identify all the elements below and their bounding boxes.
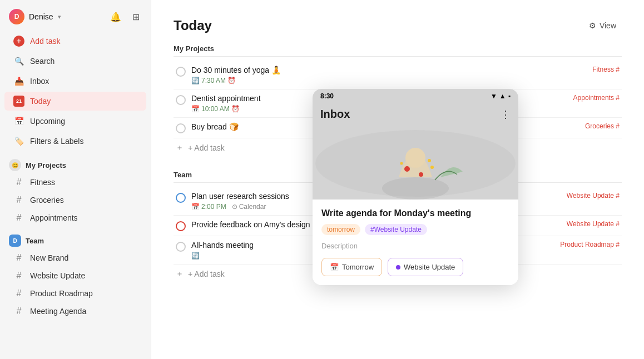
my-projects-section-header: 😊 My Projects <box>0 154 151 173</box>
notification-title: Write agenda for Monday's meeting <box>321 208 509 218</box>
svg-point-1 <box>382 177 449 200</box>
notification-description: Description <box>321 242 509 250</box>
calendar-label: ⊙ Calendar <box>232 203 266 211</box>
calendar-today-icon: 21 <box>13 96 24 107</box>
svg-point-3 <box>404 166 410 172</box>
illustration-svg <box>313 127 518 200</box>
project-label: Meeting Agenda <box>30 307 86 316</box>
mobile-status-bar: 8:30 ▼ ▲ ▪ <box>313 89 518 103</box>
hash-icon: # <box>13 288 24 298</box>
sidebar-item-product-roadmap[interactable]: # Product Roadmap <box>4 285 146 302</box>
task-project: Website Update # <box>567 220 620 228</box>
sidebar-item-label: Search <box>30 57 55 66</box>
task-checkbox[interactable] <box>176 95 186 105</box>
add-icon: ＋ <box>176 269 184 279</box>
chevron-down-icon: ▾ <box>58 13 61 21</box>
website-update-label: Website Update <box>404 263 455 271</box>
task-project: Groceries # <box>585 122 620 130</box>
sidebar: D Denise ▾ 🔔 ⊞ + Add task 🔍 Search 📥 Inb… <box>0 0 151 359</box>
mobile-menu-button[interactable]: ⋮ <box>501 108 511 121</box>
notification-actions: 📅 Tomorrow Website Update <box>321 258 509 276</box>
my-projects-section: My Projects <box>174 44 622 57</box>
project-label: Appointments <box>30 213 78 222</box>
project-label: New Brand <box>30 253 68 262</box>
team-avatar: D <box>9 235 21 247</box>
task-time: 📅 10:00 AM ⏰ <box>191 105 240 113</box>
sidebar-item-today[interactable]: 21 Today <box>4 92 146 111</box>
website-update-action-button[interactable]: Website Update <box>388 258 463 276</box>
mobile-card-content: Write agenda for Monday's meeting tomorr… <box>313 200 518 285</box>
main-header: Today ⚙ View <box>174 18 622 33</box>
view-label: View <box>600 21 616 30</box>
hash-icon: # <box>13 306 24 316</box>
mobile-status-icons: ▼ ▲ ▪ <box>491 92 511 100</box>
wifi-icon: ▼ <box>491 92 497 100</box>
tomorrow-action-button[interactable]: 📅 Tomorrow <box>321 258 382 276</box>
battery-icon: ▪ <box>508 92 511 100</box>
sidebar-item-label: Today <box>30 97 51 106</box>
svg-point-6 <box>430 166 434 169</box>
link-icon: ⊙ <box>232 203 237 211</box>
sidebar-item-filters[interactable]: 🏷️ Filters & Labels <box>4 132 146 151</box>
task-checkbox[interactable] <box>176 242 186 252</box>
recurring-icon: 🔄 <box>191 252 200 260</box>
sidebar-item-meeting-agenda[interactable]: # Meeting Agenda <box>4 303 146 320</box>
plus-icon: + <box>13 36 24 47</box>
my-projects-label: My Projects <box>26 161 66 169</box>
tag-website-update: #Website Update <box>365 224 427 235</box>
svg-point-2 <box>405 148 425 168</box>
task-time: 📅 2:00 PM <box>191 203 226 211</box>
user-menu[interactable]: D Denise ▾ <box>9 9 61 24</box>
task-project: Product Roadmap # <box>560 241 620 248</box>
sidebar-item-inbox[interactable]: 📥 Inbox <box>4 72 146 91</box>
team-section-header: D Team <box>0 230 151 249</box>
sidebar-item-new-brand[interactable]: # New Brand <box>4 250 146 266</box>
add-task-label: Add task <box>30 37 60 46</box>
add-task-button[interactable]: + Add task <box>4 32 146 51</box>
clock-icon: 🔄 <box>191 77 200 84</box>
my-projects-avatar: 😊 <box>9 159 21 171</box>
add-icon: ＋ <box>176 143 184 153</box>
mobile-illustration <box>313 127 518 200</box>
tag-tomorrow: tomorrow <box>321 224 360 235</box>
task-checkbox[interactable] <box>176 67 186 77</box>
search-icon: 🔍 <box>13 56 24 67</box>
sidebar-item-website-update[interactable]: # Website Update <box>4 267 146 284</box>
layout-toggle-button[interactable]: ⊞ <box>130 9 142 24</box>
project-label: Groceries <box>30 196 64 205</box>
dot-icon <box>396 265 400 270</box>
project-label: Website Update <box>30 271 85 280</box>
alarm-icon: ⏰ <box>231 105 240 113</box>
notification-bell-button[interactable]: 🔔 <box>108 9 123 24</box>
sidebar-item-label: Inbox <box>30 77 49 86</box>
upcoming-icon: 📅 <box>13 116 24 127</box>
page-title: Today <box>174 18 212 33</box>
task-name: Do 30 minutes of yoga 🧘 <box>191 66 587 74</box>
tomorrow-label: Tomorrow <box>342 263 374 271</box>
sidebar-item-upcoming[interactable]: 📅 Upcoming <box>4 112 146 131</box>
task-checkbox[interactable] <box>176 193 186 203</box>
task-checkbox[interactable] <box>176 221 186 231</box>
mobile-notification-overlay: 8:30 ▼ ▲ ▪ Inbox ⋮ <box>313 89 518 285</box>
project-label: Product Roadmap <box>30 289 93 298</box>
signal-icon: ▲ <box>499 92 506 100</box>
task-project: Website Update # <box>567 192 620 200</box>
table-row: Do 30 minutes of yoga 🧘 🔄 7:30 AM ⏰ Fitn… <box>174 61 622 89</box>
sidebar-item-search[interactable]: 🔍 Search <box>4 52 146 71</box>
task-checkbox[interactable] <box>176 123 186 133</box>
view-button[interactable]: ⚙ View <box>583 18 622 33</box>
svg-point-7 <box>400 162 403 165</box>
status-time: 8:30 <box>320 92 334 100</box>
notification-tags: tomorrow #Website Update <box>321 224 509 235</box>
sidebar-item-appointments[interactable]: # Appointments <box>4 210 146 226</box>
hash-icon: # <box>13 253 24 263</box>
hash-icon: # <box>13 213 24 223</box>
team-label: Team <box>26 237 44 245</box>
sidebar-item-label: Filters & Labels <box>30 137 83 146</box>
sidebar-item-groceries[interactable]: # Groceries <box>4 192 146 208</box>
sidebar-item-fitness[interactable]: # Fitness <box>4 174 146 191</box>
hash-icon: # <box>13 195 24 205</box>
task-content: Do 30 minutes of yoga 🧘 🔄 7:30 AM ⏰ <box>191 66 587 84</box>
project-label: Fitness <box>30 178 55 187</box>
add-task-label: + Add task <box>188 143 225 152</box>
